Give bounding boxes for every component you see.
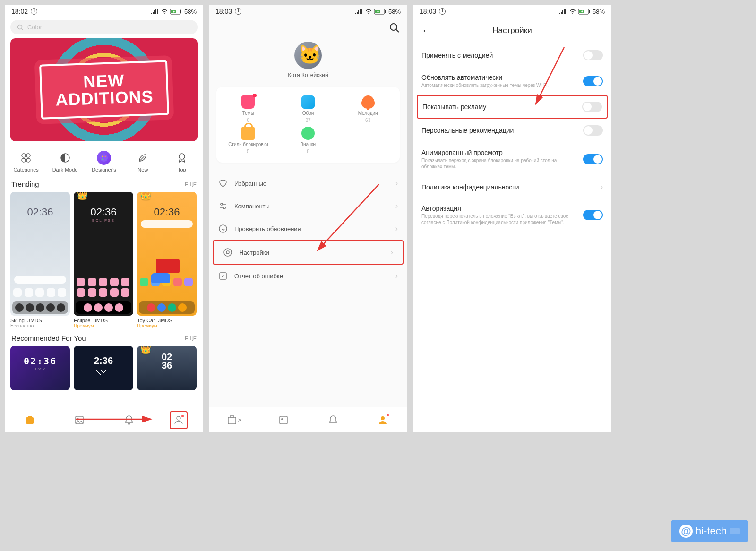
screen-themes-store: 18:02 58% Color NEW ADDITIONS Categories… <box>5 5 203 432</box>
grid-icon <box>19 151 33 165</box>
crown-icon: 👑 <box>77 192 88 200</box>
trending-themes: 02:36 Skiing_3MDS Бесплатно 👑 02:36 ECLI… <box>5 190 203 330</box>
recommended-more[interactable]: ЕЩЕ <box>185 336 197 341</box>
screen-profile: 18:03 58% Котя Котейский Темы 8 Обои 27 … <box>209 5 407 432</box>
toggle[interactable] <box>583 154 603 164</box>
battery-percent: 58% <box>388 8 401 15</box>
nav-ringtones[interactable] <box>324 411 342 429</box>
update-icon <box>218 224 228 233</box>
wallpaper-icon <box>278 414 289 426</box>
category-top[interactable]: Top <box>165 151 198 172</box>
menu-components[interactable]: Компоненты › <box>209 195 407 217</box>
rec-theme-1[interactable]: 02:36 06/12 <box>10 346 70 390</box>
toggle[interactable] <box>583 76 603 86</box>
menu-report[interactable]: Отчет об ошибке › <box>209 265 407 287</box>
svg-point-20 <box>177 416 180 420</box>
dark-mode-icon <box>58 151 72 165</box>
wifi-icon <box>161 9 168 14</box>
svg-line-26 <box>396 29 399 32</box>
svg-point-12 <box>104 156 106 157</box>
theme-skiing[interactable]: 02:36 Skiing_3MDS Бесплатно <box>10 192 70 328</box>
stat-icons[interactable]: Значки 8 <box>280 127 336 154</box>
chevron-right-icon: › <box>601 183 603 191</box>
username: Котя Котейский <box>209 72 407 78</box>
leaf-icon <box>136 151 150 165</box>
svg-rect-16 <box>26 417 34 424</box>
sliders-icon <box>218 201 228 211</box>
bell-icon <box>123 414 135 426</box>
menu-settings[interactable]: Настройки › <box>213 240 404 265</box>
stat-lockstyle[interactable]: Стиль блокировки 5 <box>220 127 276 154</box>
edit-icon <box>218 271 228 281</box>
theme-toy-car[interactable]: 👑 02:36 Toy Car_3MDS Премиум <box>137 192 197 328</box>
svg-rect-17 <box>28 416 32 417</box>
status-icons: 58% <box>151 8 197 15</box>
themes-icon <box>241 95 255 109</box>
palette-icon <box>97 151 111 165</box>
lock-icon <box>241 127 255 140</box>
setting-personal-recommendations[interactable]: Персональные рекомендации <box>413 119 611 142</box>
nav-profile[interactable] <box>170 411 188 429</box>
search-placeholder: Color <box>27 24 42 31</box>
nav-wallpapers[interactable] <box>275 411 292 429</box>
recommended-title: Recommended For You <box>11 334 86 342</box>
nav-themes[interactable]: > <box>225 411 243 429</box>
setting-privacy-policy[interactable]: Политика конфиденциальности › <box>413 176 611 198</box>
svg-point-40 <box>381 416 385 420</box>
gear-icon <box>223 248 232 257</box>
svg-point-11 <box>102 156 103 157</box>
themes-icon <box>226 414 238 426</box>
stat-wallpapers[interactable]: Обои 27 <box>280 95 336 123</box>
wifi-icon <box>365 9 372 14</box>
nav-themes[interactable] <box>21 411 39 429</box>
category-dark-mode[interactable]: Dark Mode <box>49 151 82 172</box>
svg-point-25 <box>390 24 397 30</box>
svg-point-33 <box>226 251 229 254</box>
wallpaper-icon <box>301 95 315 109</box>
svg-point-3 <box>18 25 22 29</box>
signal-icon <box>151 9 159 14</box>
svg-rect-18 <box>76 416 83 424</box>
setting-animated-preview[interactable]: Анимированный просмотр Показывать перехо… <box>413 142 611 176</box>
nav-profile[interactable] <box>374 411 392 429</box>
promo-banner[interactable]: NEW ADDITIONS <box>10 38 198 141</box>
menu-favorites[interactable]: Избранные › <box>209 172 407 195</box>
user-stats-grid: Темы 8 Обои 27 Мелодии 63 Стиль блокиров… <box>216 87 400 163</box>
svg-rect-23 <box>385 10 386 13</box>
stat-ringtones[interactable]: Мелодии 63 <box>340 95 396 123</box>
bottom-nav: > <box>209 407 407 432</box>
rec-theme-3[interactable]: 👑 02 36 <box>137 346 197 390</box>
crown-icon: 👑 <box>140 192 152 200</box>
svg-point-5 <box>22 154 26 157</box>
trending-title: Trending <box>11 180 39 188</box>
nav-ringtones[interactable] <box>120 411 138 429</box>
setting-authorization[interactable]: Авторизация Переводя переключатель в пол… <box>413 198 611 232</box>
toggle[interactable] <box>583 50 603 60</box>
status-bar: 18:03 58% <box>413 5 611 18</box>
category-new[interactable]: New <box>126 151 159 172</box>
search-input[interactable]: Color <box>10 20 198 34</box>
toggle[interactable] <box>582 102 602 112</box>
svg-point-10 <box>100 154 108 162</box>
category-categories[interactable]: Categories <box>9 151 43 172</box>
setting-apply-melody[interactable]: Применять с мелодией <box>413 43 611 67</box>
svg-rect-42 <box>589 10 590 13</box>
menu-updates[interactable]: Проверить обновления › <box>209 217 407 240</box>
alarm-icon <box>31 8 37 15</box>
avatar[interactable] <box>294 42 322 69</box>
nav-wallpapers[interactable] <box>70 411 88 429</box>
stat-themes[interactable]: Темы 8 <box>220 95 276 123</box>
svg-point-32 <box>224 249 232 256</box>
toggle[interactable] <box>583 210 603 220</box>
theme-eclipse[interactable]: 👑 02:36 ECLIPSE Eclipse_3MDS Премиум <box>74 192 133 328</box>
setting-auto-update[interactable]: Обновлять автоматически Автоматически об… <box>413 67 611 95</box>
category-designers[interactable]: Designer's <box>87 151 120 172</box>
back-button[interactable]: ← <box>421 25 432 37</box>
search-icon[interactable] <box>389 23 400 33</box>
rec-theme-2[interactable]: 2:36 <box>74 346 133 390</box>
setting-show-ads[interactable]: Показывать рекламу <box>417 95 608 119</box>
banner-line2: ADDITIONS <box>55 88 154 108</box>
toggle[interactable] <box>583 125 603 136</box>
trending-more[interactable]: ЕЩЕ <box>185 181 197 187</box>
svg-rect-38 <box>280 416 287 424</box>
